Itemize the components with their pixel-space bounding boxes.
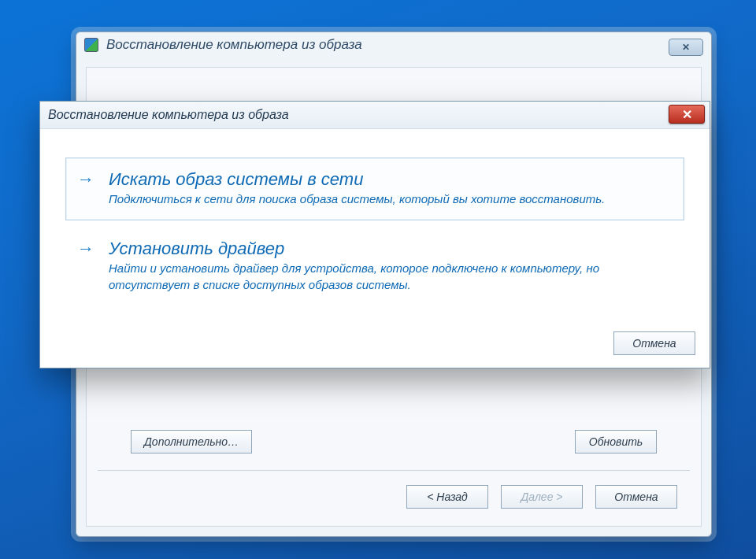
option-text: Искать образ системы в сети Подключиться… <box>109 169 671 207</box>
wizard-cancel-button[interactable]: Отмена <box>595 485 677 509</box>
advanced-button[interactable]: Дополнительно… <box>131 430 252 453</box>
wizard-titlebar: Восстановление компьютера из образа <box>76 32 711 57</box>
dialog-body: → Искать образ системы в сети Подключить… <box>40 129 710 324</box>
dialog-titlebar: Восстановление компьютера из образа <box>40 102 710 129</box>
arrow-right-icon: → <box>77 169 94 207</box>
option-title: Установить драйвер <box>109 239 671 259</box>
option-description: Найти и установить драйвер для устройств… <box>109 261 671 293</box>
wizard-nav-buttons: < Назад Далее > Отмена <box>406 485 677 509</box>
close-icon: ✕ <box>682 42 690 53</box>
wizard-close-button[interactable]: ✕ <box>669 39 703 56</box>
dialog-footer: Отмена <box>40 324 710 368</box>
wizard-secondary-buttons: Дополнительно… Обновить <box>131 430 657 453</box>
option-search-network[interactable]: → Искать образ системы в сети Подключить… <box>65 157 684 220</box>
option-text: Установить драйвер Найти и установить др… <box>109 239 671 293</box>
option-install-driver[interactable]: → Установить драйвер Найти и установить … <box>65 227 684 306</box>
close-icon: ✕ <box>682 107 692 122</box>
dialog-window: Восстановление компьютера из образа ✕ → … <box>39 101 710 368</box>
option-description: Подключиться к сети для поиска образа си… <box>109 191 671 207</box>
refresh-button[interactable]: Обновить <box>575 430 657 453</box>
dialog-close-button[interactable]: ✕ <box>669 105 705 124</box>
app-icon <box>84 38 98 52</box>
dialog-cancel-button[interactable]: Отмена <box>613 331 695 355</box>
option-title: Искать образ системы в сети <box>109 169 671 190</box>
arrow-right-icon: → <box>77 239 94 293</box>
divider <box>98 470 690 471</box>
dialog-title: Восстановление компьютера из образа <box>48 108 289 122</box>
next-button: Далее > <box>501 485 583 509</box>
back-button[interactable]: < Назад <box>406 485 488 509</box>
wizard-title: Восстановление компьютера из образа <box>106 37 362 53</box>
